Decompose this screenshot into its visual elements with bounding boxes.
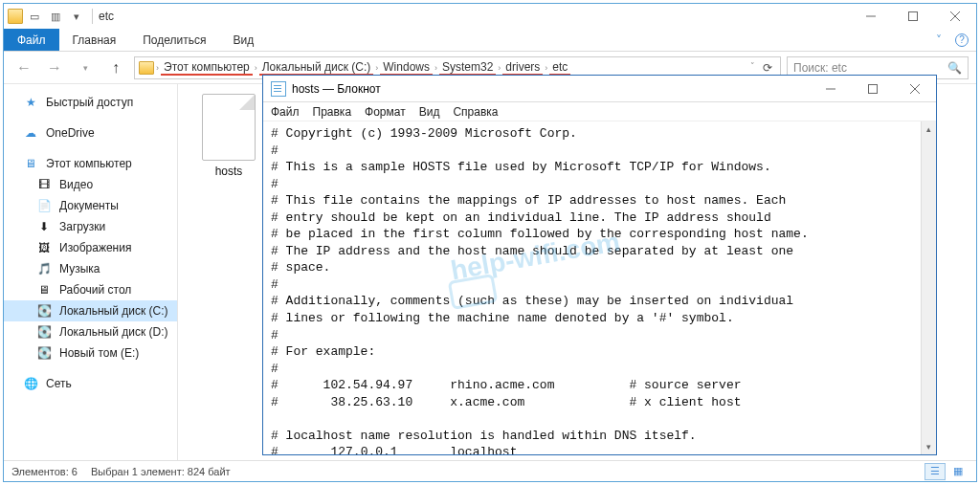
recent-dropdown-icon[interactable]: ▾ [73, 55, 98, 80]
maximize-button[interactable] [852, 77, 894, 101]
pc-icon: 🖥 [23, 156, 38, 171]
network-icon: 🌐 [23, 376, 38, 391]
sidebar-item-drive-e[interactable]: 💽Новый том (E:) [4, 342, 177, 364]
menu-help[interactable]: Справка [453, 105, 498, 119]
help-icon[interactable]: ? [955, 33, 969, 47]
chevron-right-icon[interactable]: › [433, 63, 439, 73]
drive-icon: 💽 [36, 345, 52, 361]
tab-home[interactable]: Главная [59, 29, 130, 51]
sidebar-item-drive-d[interactable]: 💽Локальный диск (D:) [4, 321, 177, 342]
notepad-text-area[interactable]: # Copyright (c) 1993-2009 Microsoft Corp… [263, 121, 936, 454]
chevron-right-icon[interactable]: › [154, 63, 161, 73]
breadcrumb-segment[interactable]: Этот компьютер [161, 60, 253, 76]
sidebar-item-label: Изображения [59, 241, 131, 254]
picture-icon: 🖼 [36, 240, 52, 255]
chevron-right-icon[interactable]: › [373, 63, 380, 73]
explorer-titlebar: ▭ ▥ ▾ etc [4, 4, 976, 29]
sidebar-item-label: Видео [59, 178, 93, 191]
notepad-menubar: Файл Правка Формат Вид Справка [263, 102, 936, 121]
sidebar-item-label: Этот компьютер [46, 157, 132, 170]
sidebar-item-onedrive[interactable]: ☁ OneDrive [4, 122, 177, 143]
chevron-right-icon[interactable]: › [253, 63, 259, 73]
sidebar-item-desktop[interactable]: 🖥Рабочий стол [4, 279, 177, 300]
scroll-down-icon[interactable]: ▾ [922, 439, 936, 454]
sidebar-item-quick-access[interactable]: ★ Быстрый доступ [4, 92, 177, 113]
vertical-scrollbar[interactable]: ▴ ▾ [921, 121, 936, 454]
sidebar-item-label: Быстрый доступ [46, 96, 133, 109]
navigation-pane: ★ Быстрый доступ ☁ OneDrive 🖥 Этот компь… [4, 84, 178, 460]
tab-share[interactable]: Поделиться [129, 29, 219, 51]
folder-icon [8, 9, 23, 24]
status-bar: Элементов: 6 Выбран 1 элемент: 824 байт … [4, 460, 976, 481]
sidebar-item-pictures[interactable]: 🖼Изображения [4, 237, 177, 258]
new-folder-icon[interactable]: ▥ [46, 7, 65, 26]
svg-rect-1 [909, 12, 918, 21]
drive-icon: 💽 [36, 303, 52, 319]
breadcrumb-segment[interactable]: drivers [502, 60, 543, 76]
refresh-icon[interactable]: ⟳ [759, 61, 776, 75]
sidebar-item-downloads[interactable]: ⬇Загрузки [4, 216, 177, 237]
star-icon: ★ [23, 95, 38, 110]
up-button[interactable]: ↑ [103, 55, 128, 80]
cloud-icon: ☁ [23, 125, 38, 141]
breadcrumb-segment[interactable]: System32 [439, 60, 496, 76]
sidebar-item-music[interactable]: 🎵Музыка [4, 258, 177, 279]
menu-edit[interactable]: Правка [313, 105, 352, 119]
close-button[interactable] [894, 77, 936, 101]
desktop-icon: 🖥 [36, 282, 52, 298]
file-name: hosts [188, 165, 270, 178]
view-details-button[interactable]: ☰ [924, 463, 946, 480]
folder-icon [139, 61, 154, 75]
notepad-titlebar: hosts — Блокнот [263, 76, 936, 102]
sidebar-item-this-pc[interactable]: 🖥 Этот компьютер [4, 153, 177, 174]
sidebar-item-label: Локальный диск (D:) [59, 325, 168, 339]
sidebar-item-label: Локальный диск (C:) [59, 304, 168, 318]
view-large-icons-button[interactable]: ▦ [947, 463, 969, 480]
ribbon-collapse-icon[interactable]: ˅ [936, 33, 942, 47]
quick-access-toolbar: ▭ ▥ ▾ [8, 7, 86, 26]
menu-file[interactable]: Файл [271, 105, 300, 119]
menu-format[interactable]: Формат [365, 105, 406, 119]
drive-icon: 💽 [36, 324, 52, 340]
tab-file[interactable]: Файл [4, 29, 59, 51]
chevron-right-icon[interactable]: › [543, 63, 549, 73]
close-button[interactable] [934, 4, 976, 29]
file-item-hosts[interactable]: hosts [188, 94, 270, 178]
maximize-button[interactable] [892, 4, 934, 29]
breadcrumb-segment[interactable]: Windows [380, 60, 433, 76]
breadcrumb-segment[interactable]: Локальный диск (C:) [259, 60, 374, 76]
breadcrumb-segment[interactable]: etc [549, 60, 570, 76]
status-item-count: Элементов: 6 [11, 466, 78, 477]
sidebar-item-label: Сеть [46, 377, 72, 390]
music-icon: 🎵 [36, 261, 52, 276]
properties-icon[interactable]: ▭ [25, 7, 44, 26]
document-icon: 📄 [36, 198, 52, 213]
menu-view[interactable]: Вид [419, 105, 440, 119]
file-icon [202, 94, 256, 161]
tab-view[interactable]: Вид [219, 29, 267, 51]
forward-button[interactable]: → [42, 55, 67, 80]
sidebar-item-label: Музыка [59, 262, 100, 276]
sidebar-item-label: Загрузки [59, 220, 105, 233]
sidebar-item-drive-c[interactable]: 💽Локальный диск (C:) [4, 300, 177, 321]
search-icon: 🔍 [947, 61, 962, 75]
status-selection: Выбран 1 элемент: 824 байт [91, 466, 231, 477]
sidebar-item-videos[interactable]: 🎞Видео [4, 174, 177, 195]
scroll-up-icon[interactable]: ▴ [922, 121, 936, 137]
qat-dropdown-icon[interactable]: ▾ [67, 7, 86, 26]
search-placeholder: Поиск: etc [793, 61, 847, 75]
back-button[interactable]: ← [11, 55, 36, 80]
minimize-button[interactable] [850, 4, 892, 29]
notepad-icon [271, 81, 286, 97]
address-dropdown-icon[interactable]: ˅ [748, 61, 757, 75]
notepad-content: # Copyright (c) 1993-2009 Microsoft Corp… [263, 121, 936, 454]
minimize-button[interactable] [810, 77, 852, 101]
chevron-right-icon[interactable]: › [496, 63, 502, 73]
download-icon: ⬇ [36, 219, 52, 234]
sidebar-item-network[interactable]: 🌐 Сеть [4, 373, 177, 394]
sidebar-item-label: Документы [59, 199, 119, 212]
sidebar-item-label: Новый том (E:) [59, 346, 139, 360]
ribbon-tabs: Файл Главная Поделиться Вид ˅ ? [4, 29, 976, 52]
sidebar-item-documents[interactable]: 📄Документы [4, 195, 177, 216]
sidebar-item-label: OneDrive [46, 126, 95, 140]
